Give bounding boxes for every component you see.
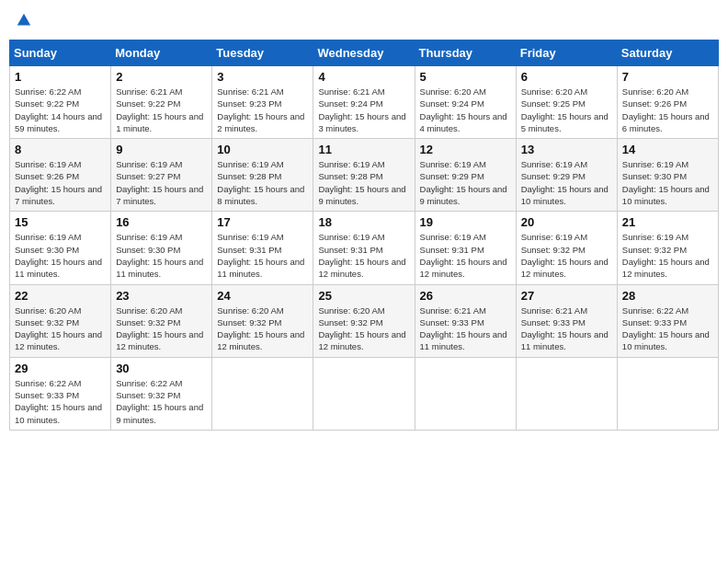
day-info: Sunrise: 6:19 AM Sunset: 9:32 PM Dayligh… (521, 231, 612, 280)
calendar-cell: 2 Sunrise: 6:21 AM Sunset: 9:22 PM Dayli… (111, 66, 212, 139)
calendar-week-row: 15 Sunrise: 6:19 AM Sunset: 9:30 PM Dayl… (10, 212, 719, 284)
calendar-cell: 6 Sunrise: 6:20 AM Sunset: 9:25 PM Dayli… (516, 66, 617, 139)
calendar-cell: 21 Sunrise: 6:19 AM Sunset: 9:32 PM Dayl… (617, 212, 718, 284)
calendar-cell: 29 Sunrise: 6:22 AM Sunset: 9:33 PM Dayl… (10, 357, 111, 430)
calendar-cell: 12 Sunrise: 6:19 AM Sunset: 9:29 PM Dayl… (415, 139, 516, 212)
calendar-cell: 10 Sunrise: 6:19 AM Sunset: 9:28 PM Dayl… (212, 139, 313, 212)
calendar-cell: 17 Sunrise: 6:19 AM Sunset: 9:31 PM Dayl… (212, 212, 313, 284)
day-number: 27 (521, 289, 612, 303)
calendar-week-row: 8 Sunrise: 6:19 AM Sunset: 9:26 PM Dayli… (10, 139, 719, 212)
day-info: Sunrise: 6:19 AM Sunset: 9:30 PM Dayligh… (622, 158, 713, 207)
day-info: Sunrise: 6:21 AM Sunset: 9:23 PM Dayligh… (217, 86, 308, 134)
calendar-cell: 25 Sunrise: 6:20 AM Sunset: 9:32 PM Dayl… (313, 284, 415, 357)
calendar-cell (415, 357, 516, 430)
calendar-week-row: 29 Sunrise: 6:22 AM Sunset: 9:33 PM Dayl… (10, 357, 719, 430)
day-info: Sunrise: 6:19 AM Sunset: 9:31 PM Dayligh… (217, 231, 308, 280)
day-info: Sunrise: 6:22 AM Sunset: 9:33 PM Dayligh… (622, 304, 713, 353)
day-number: 22 (15, 289, 106, 303)
day-info: Sunrise: 6:19 AM Sunset: 9:31 PM Dayligh… (420, 231, 511, 280)
day-number: 19 (420, 215, 511, 229)
day-number: 11 (318, 143, 409, 156)
day-number: 13 (521, 143, 612, 156)
day-number: 9 (116, 143, 207, 156)
calendar-day-header: Wednesday (313, 40, 415, 66)
day-info: Sunrise: 6:20 AM Sunset: 9:25 PM Dayligh… (521, 86, 612, 134)
day-info: Sunrise: 6:19 AM Sunset: 9:30 PM Dayligh… (15, 231, 106, 280)
day-info: Sunrise: 6:19 AM Sunset: 9:26 PM Dayligh… (15, 158, 106, 207)
day-number: 10 (217, 143, 308, 156)
day-info: Sunrise: 6:21 AM Sunset: 9:33 PM Dayligh… (420, 304, 511, 353)
calendar-cell: 11 Sunrise: 6:19 AM Sunset: 9:28 PM Dayl… (313, 139, 415, 212)
day-info: Sunrise: 6:20 AM Sunset: 9:24 PM Dayligh… (420, 86, 511, 134)
calendar-cell: 16 Sunrise: 6:19 AM Sunset: 9:30 PM Dayl… (111, 212, 212, 284)
calendar-table: SundayMondayTuesdayWednesdayThursdayFrid… (9, 40, 719, 431)
calendar-day-header: Monday (111, 40, 212, 66)
day-number: 2 (116, 70, 207, 84)
day-info: Sunrise: 6:19 AM Sunset: 9:27 PM Dayligh… (116, 158, 207, 207)
day-number: 15 (15, 215, 106, 229)
calendar-week-row: 1 Sunrise: 6:22 AM Sunset: 9:22 PM Dayli… (10, 66, 719, 139)
day-number: 14 (622, 143, 713, 156)
calendar-cell: 27 Sunrise: 6:21 AM Sunset: 9:33 PM Dayl… (516, 284, 617, 357)
calendar-cell: 22 Sunrise: 6:20 AM Sunset: 9:32 PM Dayl… (10, 284, 111, 357)
svg-marker-0 (17, 13, 30, 25)
calendar-cell: 18 Sunrise: 6:19 AM Sunset: 9:31 PM Dayl… (313, 212, 415, 284)
day-number: 29 (15, 362, 106, 375)
calendar-cell: 26 Sunrise: 6:21 AM Sunset: 9:33 PM Dayl… (415, 284, 516, 357)
day-info: Sunrise: 6:20 AM Sunset: 9:32 PM Dayligh… (217, 304, 308, 353)
day-info: Sunrise: 6:19 AM Sunset: 9:28 PM Dayligh… (217, 158, 308, 207)
day-info: Sunrise: 6:20 AM Sunset: 9:26 PM Dayligh… (622, 86, 713, 134)
page-header (9, 9, 719, 30)
day-info: Sunrise: 6:21 AM Sunset: 9:24 PM Dayligh… (318, 86, 409, 134)
day-number: 17 (217, 215, 308, 229)
day-info: Sunrise: 6:20 AM Sunset: 9:32 PM Dayligh… (116, 304, 207, 353)
calendar-cell: 3 Sunrise: 6:21 AM Sunset: 9:23 PM Dayli… (212, 66, 313, 139)
calendar-cell: 5 Sunrise: 6:20 AM Sunset: 9:24 PM Dayli… (415, 66, 516, 139)
day-number: 18 (318, 215, 409, 229)
calendar-cell: 30 Sunrise: 6:22 AM Sunset: 9:32 PM Dayl… (111, 357, 212, 430)
calendar-cell: 7 Sunrise: 6:20 AM Sunset: 9:26 PM Dayli… (617, 66, 718, 139)
day-number: 24 (217, 289, 308, 303)
calendar-cell: 20 Sunrise: 6:19 AM Sunset: 9:32 PM Dayl… (516, 212, 617, 284)
day-number: 3 (217, 70, 308, 84)
day-number: 21 (622, 215, 713, 229)
day-number: 6 (521, 70, 612, 84)
calendar-cell: 24 Sunrise: 6:20 AM Sunset: 9:32 PM Dayl… (212, 284, 313, 357)
calendar-cell: 1 Sunrise: 6:22 AM Sunset: 9:22 PM Dayli… (10, 66, 111, 139)
day-number: 25 (318, 289, 409, 303)
calendar-day-header: Saturday (617, 40, 718, 66)
day-info: Sunrise: 6:19 AM Sunset: 9:28 PM Dayligh… (318, 158, 409, 207)
day-info: Sunrise: 6:22 AM Sunset: 9:32 PM Dayligh… (116, 377, 207, 426)
calendar-cell: 14 Sunrise: 6:19 AM Sunset: 9:30 PM Dayl… (617, 139, 718, 212)
day-info: Sunrise: 6:21 AM Sunset: 9:33 PM Dayligh… (521, 304, 612, 353)
day-number: 8 (15, 143, 106, 156)
day-number: 23 (116, 289, 207, 303)
day-number: 5 (420, 70, 511, 84)
day-number: 16 (116, 215, 207, 229)
day-info: Sunrise: 6:19 AM Sunset: 9:29 PM Dayligh… (420, 158, 511, 207)
calendar-cell: 9 Sunrise: 6:19 AM Sunset: 9:27 PM Dayli… (111, 139, 212, 212)
day-info: Sunrise: 6:19 AM Sunset: 9:29 PM Dayligh… (521, 158, 612, 207)
day-number: 1 (15, 70, 106, 84)
calendar-cell: 8 Sunrise: 6:19 AM Sunset: 9:26 PM Dayli… (10, 139, 111, 212)
calendar-day-header: Tuesday (212, 40, 313, 66)
day-number: 26 (420, 289, 511, 303)
calendar-header-row: SundayMondayTuesdayWednesdayThursdayFrid… (10, 40, 719, 66)
calendar-cell (617, 357, 718, 430)
day-info: Sunrise: 6:22 AM Sunset: 9:22 PM Dayligh… (15, 86, 106, 134)
day-number: 30 (116, 362, 207, 375)
day-info: Sunrise: 6:21 AM Sunset: 9:22 PM Dayligh… (116, 86, 207, 134)
day-number: 7 (622, 70, 713, 84)
calendar-cell: 23 Sunrise: 6:20 AM Sunset: 9:32 PM Dayl… (111, 284, 212, 357)
day-info: Sunrise: 6:20 AM Sunset: 9:32 PM Dayligh… (15, 304, 106, 353)
logo-icon (16, 12, 32, 29)
calendar-cell: 15 Sunrise: 6:19 AM Sunset: 9:30 PM Dayl… (10, 212, 111, 284)
day-info: Sunrise: 6:19 AM Sunset: 9:31 PM Dayligh… (318, 231, 409, 280)
calendar-week-row: 22 Sunrise: 6:20 AM Sunset: 9:32 PM Dayl… (10, 284, 719, 357)
calendar-day-header: Friday (516, 40, 617, 66)
day-info: Sunrise: 6:20 AM Sunset: 9:32 PM Dayligh… (318, 304, 409, 353)
calendar-day-header: Sunday (10, 40, 111, 66)
day-number: 20 (521, 215, 612, 229)
calendar-cell (313, 357, 415, 430)
logo (14, 9, 32, 30)
